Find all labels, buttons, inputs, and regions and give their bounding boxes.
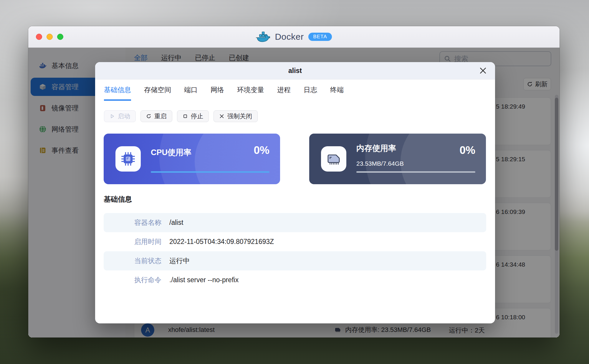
memory-usage-card: 内存使用率 23.53MB/7.64GB 0% [309, 134, 486, 184]
restart-label: 重启 [154, 112, 167, 120]
docker-whale-icon [256, 31, 270, 42]
force-close-button[interactable]: 强制关闭 [214, 110, 258, 122]
traffic-lights [36, 34, 63, 40]
app-logo: Docker BETA [256, 31, 332, 42]
detail-label: 执行命令 [104, 275, 161, 285]
detail-value: 2022-11-05T04:34:09.807921693Z [169, 238, 274, 246]
stop-button[interactable]: 停止 [177, 110, 209, 122]
modal-header: alist [95, 62, 495, 79]
close-icon[interactable] [479, 66, 487, 75]
desktop-background: Docker BETA [0, 0, 589, 364]
tab-terminal[interactable]: 终端 [330, 79, 344, 101]
x-icon [219, 114, 224, 119]
cpu-usage-value: 0% [254, 144, 269, 157]
decor-circle [401, 134, 486, 184]
window-body: 基本信息 容器管理 [28, 48, 560, 338]
detail-value: ./alist server --no-prefix [169, 276, 239, 284]
restart-button[interactable]: 重启 [140, 110, 172, 122]
close-window-button[interactable] [36, 34, 42, 40]
tab-basic-info[interactable]: 基础信息 [104, 79, 131, 101]
tab-storage[interactable]: 存储空间 [144, 79, 171, 101]
detail-row-command: 执行命令 ./alist server --no-prefix [104, 270, 486, 290]
app-title: Docker [275, 32, 304, 42]
tab-processes[interactable]: 进程 [277, 79, 291, 101]
start-button[interactable]: 启动 [104, 110, 136, 122]
detail-value: /alist [169, 219, 183, 227]
app-window: Docker BETA [28, 26, 560, 338]
modal-title: alist [288, 67, 302, 75]
tab-ports[interactable]: 端口 [184, 79, 198, 101]
decor-circle [195, 134, 280, 184]
container-action-buttons: 启动 重启 [104, 110, 258, 122]
cpu-progress-bar [151, 171, 269, 173]
memory-icon [321, 146, 346, 172]
detail-value: 运行中 [169, 256, 190, 265]
detail-row-status: 当前状态 运行中 [104, 251, 486, 270]
tab-network[interactable]: 网络 [211, 79, 224, 101]
detail-row-container-name: 容器名称 /alist [104, 213, 486, 232]
modal-tabs: 基础信息 存储空间 端口 网络 环境变量 进程 日志 终端 [95, 79, 495, 101]
cpu-card-title: CPU使用率 [151, 147, 191, 158]
basic-info-section-title: 基础信息 [104, 195, 132, 204]
memory-progress-bar [356, 171, 475, 173]
memory-usage-detail: 23.53MB/7.64GB [356, 160, 404, 167]
beta-badge: BETA [308, 33, 332, 41]
titlebar: Docker BETA [28, 26, 560, 48]
stop-icon [183, 114, 188, 119]
basic-info-table: 容器名称 /alist 启用时间 2022-11-05T04:34:09.807… [104, 213, 486, 290]
stop-label: 停止 [191, 112, 203, 120]
memory-usage-value: 0% [460, 144, 475, 157]
memory-card-title: 内存使用率 [356, 143, 396, 154]
tab-logs[interactable]: 日志 [304, 79, 317, 101]
restart-icon [146, 114, 151, 119]
cpu-usage-card: CPU使用率 0% [104, 134, 280, 184]
container-detail-modal: alist 基础信息 存储空间 端口 网络 环境变量 进程 日志 终端 [95, 62, 495, 323]
cpu-icon [115, 146, 141, 172]
zoom-window-button[interactable] [57, 34, 63, 40]
usage-stat-cards: CPU使用率 0% [104, 134, 486, 184]
detail-label: 启用时间 [104, 237, 161, 246]
tab-env-vars[interactable]: 环境变量 [237, 79, 264, 101]
start-label: 启动 [118, 112, 130, 120]
detail-label: 当前状态 [104, 256, 161, 265]
minimize-window-button[interactable] [47, 34, 53, 40]
force-close-label: 强制关闭 [227, 112, 252, 120]
detail-label: 容器名称 [104, 218, 161, 227]
detail-row-start-time: 启用时间 2022-11-05T04:34:09.807921693Z [104, 232, 486, 251]
play-icon [110, 114, 115, 119]
